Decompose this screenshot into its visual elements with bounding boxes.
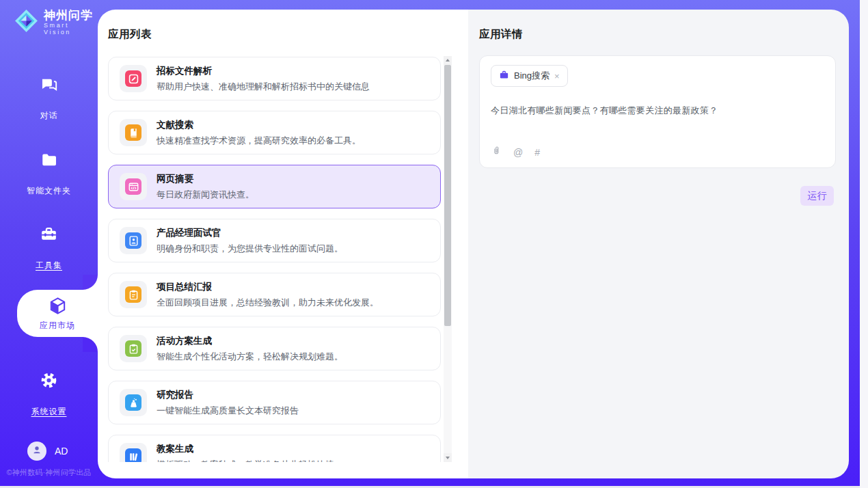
- app-card-description: 帮助用户快速、准确地理解和解析招标书中的关键信息: [157, 81, 370, 93]
- app-card-description: 一键智能生成高质量长文本研究报告: [157, 405, 299, 417]
- app-card[interactable]: 网页摘要 每日政府新闻资讯快查。: [108, 165, 441, 208]
- sidebar-item-label: 应用市场: [40, 320, 75, 331]
- brand-name: 神州问学: [44, 9, 98, 22]
- sidebar-item-label: 智能文件夹: [27, 185, 71, 197]
- avatar: [27, 442, 46, 461]
- user-name: AD: [55, 446, 68, 457]
- app-card-title: 网页摘要: [157, 173, 254, 185]
- scrollbar-thumb[interactable]: [444, 65, 451, 326]
- cube-icon: [48, 296, 68, 318]
- app-card-description: 模板驱动，教案秒成，教学准备从此轻松快捷: [157, 459, 334, 463]
- person-icon: [31, 444, 42, 458]
- app-list-scrollbar[interactable]: [444, 56, 452, 462]
- books-icon: [125, 448, 141, 462]
- app-card[interactable]: 活动方案生成 智能生成个性化活动方案，轻松解决规划难题。: [108, 327, 441, 370]
- book-icon: [125, 124, 141, 141]
- prompt-editor-card[interactable]: Bing搜索 × 今日湖北有哪些新闻要点？有哪些需要关注的最新政策？ @ #: [479, 55, 836, 168]
- app-card-description: 全面回顾项目进展，总结经验教训，助力未来优化发展。: [157, 297, 379, 309]
- app-card[interactable]: 文献搜索 快速精准查找学术资源，提高研究效率的必备工具。: [108, 111, 441, 154]
- run-button[interactable]: 运行: [800, 186, 834, 206]
- app-list-title: 应用列表: [108, 27, 152, 42]
- diamond-logo-icon: [14, 8, 39, 36]
- chat-icon: [0, 75, 98, 94]
- toolbox-icon: [0, 225, 98, 243]
- browser-code-icon: [125, 178, 141, 195]
- app-card-title: 教案生成: [157, 443, 334, 455]
- hash-icon[interactable]: #: [534, 147, 540, 158]
- sidebar-item-label: 对话: [40, 110, 58, 122]
- app-root: 神州问学 Smart Vision 对话 智能文件夹: [0, 0, 868, 488]
- interview-icon: [125, 232, 141, 249]
- app-list: 招标文件解析 帮助用户快速、准确地理解和解析招标书中的关键信息 文献搜索 快速精…: [108, 56, 441, 462]
- app-card-title: 产品经理面试官: [157, 227, 343, 239]
- sidebar-item-label: 系统设置: [31, 406, 67, 418]
- tool-tag-label: Bing搜索: [514, 70, 550, 82]
- sidebar-item-smart-folders[interactable]: 智能文件夹: [0, 151, 98, 197]
- sidebar-item-app-market[interactable]: 应用市场: [17, 290, 98, 337]
- scrollbar-up-arrow[interactable]: [444, 56, 452, 65]
- app-list-panel: 应用列表 招标文件解析 帮助用户快速、准确地理解和解析招标书中的关键信息 文献搜…: [98, 10, 468, 478]
- app-card[interactable]: 教案生成 模板驱动，教案秒成，教学准备从此轻松快捷: [108, 435, 441, 462]
- app-card[interactable]: 研究报告 一键智能生成高质量长文本研究报告: [108, 381, 441, 424]
- app-card-title: 招标文件解析: [157, 65, 370, 77]
- app-card-description: 明确身份和职责，为您提供专业性的面试问题。: [157, 243, 343, 255]
- at-icon[interactable]: @: [513, 147, 523, 158]
- sidebar-item-label: 工具集: [36, 260, 62, 271]
- clipboard-check-icon: [125, 340, 141, 357]
- app-card[interactable]: 招标文件解析 帮助用户快速、准确地理解和解析招标书中的关键信息: [108, 57, 441, 100]
- sidebar-item-chat[interactable]: 对话: [0, 75, 98, 122]
- brand-logo: 神州问学 Smart Vision: [14, 8, 98, 36]
- paperclip-icon[interactable]: [491, 145, 502, 159]
- app-detail-panel: 应用详情 Bing搜索 × 今日湖北有哪些新闻要点？有哪些需要关注的最新政策？: [468, 10, 849, 478]
- app-card[interactable]: 产品经理面试官 明确身份和职责，为您提供专业性的面试问题。: [108, 219, 441, 262]
- app-detail-title: 应用详情: [479, 27, 523, 42]
- scrollbar-down-arrow[interactable]: [444, 453, 452, 462]
- sidebar-item-toolset[interactable]: 工具集: [0, 225, 98, 271]
- edit-square-icon: [125, 70, 141, 87]
- prompt-query-text[interactable]: 今日湖北有哪些新闻要点？有哪些需要关注的最新政策？: [491, 105, 826, 117]
- app-card-title: 研究报告: [157, 389, 299, 401]
- window-right-edge: [860, 0, 868, 488]
- close-icon[interactable]: ×: [554, 72, 560, 81]
- sidebar-item-settings[interactable]: 系统设置: [0, 371, 98, 418]
- bubble-bottom-notch: [83, 337, 98, 352]
- attachment-toolbar: @ #: [491, 145, 540, 159]
- clipboard-icon: [125, 286, 141, 303]
- sidebar-footer-credit: ©神州数码·神州问学出品: [0, 467, 98, 478]
- app-card-title: 活动方案生成: [157, 335, 343, 347]
- tool-tag-bing-search[interactable]: Bing搜索 ×: [491, 65, 568, 87]
- app-card-description: 智能生成个性化活动方案，轻松解决规划难题。: [157, 351, 343, 363]
- app-card[interactable]: 项目总结汇报 全面回顾项目进展，总结经验教训，助力未来优化发展。: [108, 273, 441, 316]
- gear-icon: [0, 371, 98, 390]
- ink-icon: [125, 394, 141, 411]
- user-account[interactable]: AD: [27, 442, 68, 461]
- bubble-top-notch: [83, 275, 98, 290]
- content-panel: 应用列表 招标文件解析 帮助用户快速、准确地理解和解析招标书中的关键信息 文献搜…: [98, 10, 849, 478]
- brand-subtitle: Smart Vision: [44, 22, 98, 36]
- app-card-title: 文献搜索: [157, 119, 361, 131]
- app-card-title: 项目总结汇报: [157, 281, 379, 293]
- app-card-description: 每日政府新闻资讯快查。: [157, 189, 254, 201]
- sidebar: 神州问学 Smart Vision 对话 智能文件夹: [0, 0, 98, 486]
- app-card-description: 快速精准查找学术资源，提高研究效率的必备工具。: [157, 135, 361, 147]
- folder-icon: [0, 151, 98, 169]
- briefcase-icon: [499, 70, 509, 83]
